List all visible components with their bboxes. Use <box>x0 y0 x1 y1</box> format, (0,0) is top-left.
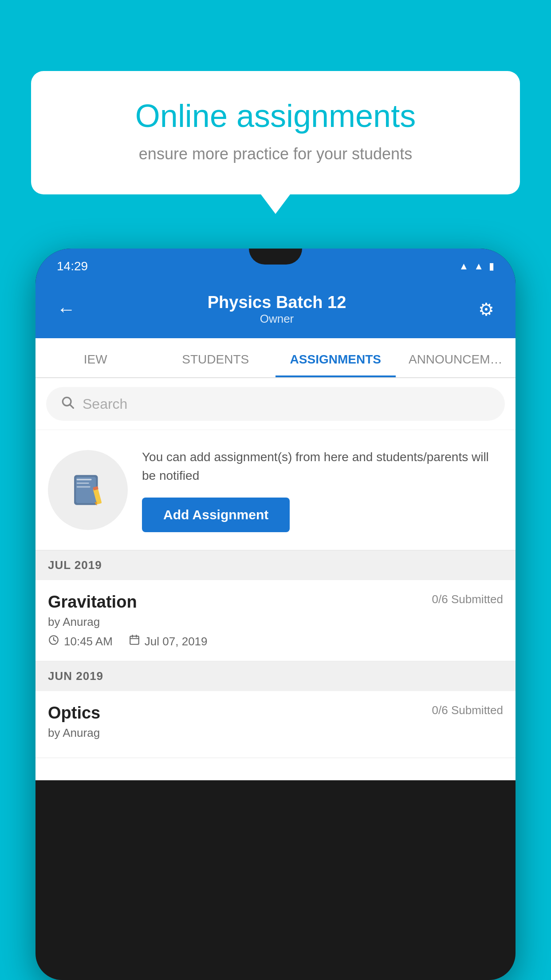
back-button[interactable]: ← <box>57 299 75 320</box>
clock-icon <box>48 634 59 648</box>
svg-rect-4 <box>77 479 92 481</box>
speech-bubble-container: Online assignments ensure more practice … <box>31 71 520 194</box>
assignment-title-optics: Optics <box>48 703 100 723</box>
tab-assignments[interactable]: ASSIGNMENTS <box>276 338 396 377</box>
assignment-item-gravitation[interactable]: Gravitation 0/6 Submitted by Anurag 10:4… <box>35 580 516 661</box>
header-subtitle: Owner <box>208 312 346 326</box>
assignment-author-optics: by Anurag <box>48 726 503 740</box>
tabs-bar: IEW STUDENTS ASSIGNMENTS ANNOUNCEM… <box>35 338 516 378</box>
tab-students[interactable]: STUDENTS <box>156 338 276 377</box>
app-header: ← Physics Batch 12 Owner ⚙ <box>35 284 516 338</box>
svg-rect-6 <box>77 486 91 488</box>
wifi-icon: ▲ <box>459 261 468 272</box>
meta-time: 10:45 AM <box>48 634 113 648</box>
meta-date: Jul 07, 2019 <box>129 634 208 648</box>
promo-text-block: You can add assignment(s) from here and … <box>142 448 503 532</box>
add-assignment-button[interactable]: Add Assignment <box>142 498 290 532</box>
phone-bottom <box>35 758 516 780</box>
status-time: 14:29 <box>57 259 88 273</box>
phone-content: Search You can add assignment(s <box>35 378 516 758</box>
tab-iew[interactable]: IEW <box>35 338 156 377</box>
search-bar[interactable]: Search <box>46 387 505 421</box>
section-header-jun: JUN 2019 <box>35 661 516 691</box>
status-bar: 14:29 ▲ ▲ ▮ <box>35 249 516 284</box>
header-title: Physics Batch 12 <box>208 293 346 312</box>
promo-icon-circle <box>48 450 128 530</box>
search-placeholder: Search <box>83 396 127 412</box>
svg-rect-3 <box>76 477 96 503</box>
assignment-title: Gravitation <box>48 593 137 612</box>
speech-bubble-title: Online assignments <box>67 98 484 134</box>
assignment-top-row: Gravitation 0/6 Submitted <box>48 593 503 612</box>
header-title-block: Physics Batch 12 Owner <box>208 293 346 326</box>
svg-line-12 <box>54 640 55 641</box>
assignment-submitted: 0/6 Submitted <box>432 593 503 606</box>
promo-description: You can add assignment(s) from here and … <box>142 448 503 485</box>
svg-rect-13 <box>130 636 139 644</box>
search-bar-container: Search <box>35 378 516 430</box>
tab-announcements[interactable]: ANNOUNCEM… <box>396 338 516 377</box>
phone-frame: 14:29 ▲ ▲ ▮ ← Physics Batch 12 Owner ⚙ I… <box>35 249 516 980</box>
svg-rect-5 <box>77 482 89 484</box>
battery-icon: ▮ <box>489 261 494 272</box>
speech-bubble-subtitle: ensure more practice for your students <box>67 145 484 163</box>
assignment-item-optics[interactable]: Optics 0/6 Submitted by Anurag <box>35 691 516 758</box>
section-header-jul: JUL 2019 <box>35 550 516 580</box>
assignment-meta: 10:45 AM Jul 07, 2019 <box>48 634 503 648</box>
signal-icon: ▲ <box>474 261 484 272</box>
status-icons: ▲ ▲ ▮ <box>459 261 494 272</box>
settings-icon[interactable]: ⚙ <box>478 299 494 320</box>
assignment-author: by Anurag <box>48 615 503 629</box>
search-icon <box>60 395 75 413</box>
assignment-submitted-optics: 0/6 Submitted <box>432 703 503 717</box>
assignment-top-row-optics: Optics 0/6 Submitted <box>48 703 503 723</box>
notebook-icon <box>68 470 108 510</box>
speech-bubble: Online assignments ensure more practice … <box>31 71 520 194</box>
add-assignment-promo: You can add assignment(s) from here and … <box>35 430 516 550</box>
svg-line-1 <box>70 405 73 408</box>
calendar-icon <box>129 634 140 648</box>
